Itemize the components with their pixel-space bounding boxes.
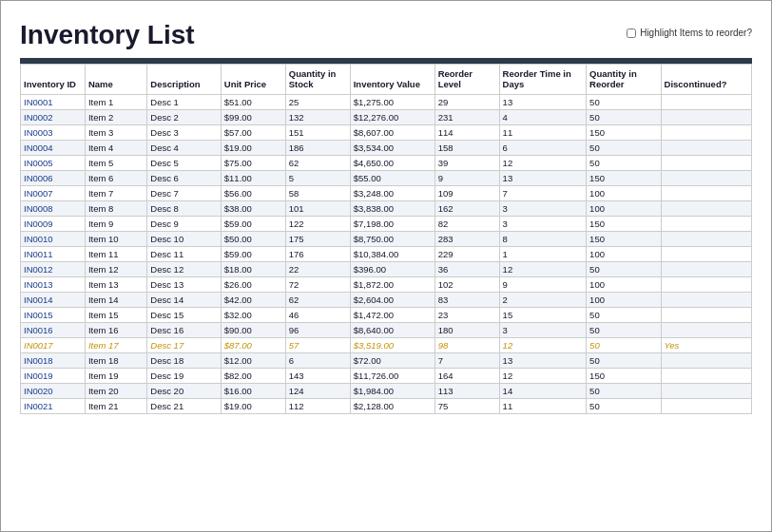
col-header-id: Inventory ID xyxy=(21,65,86,95)
cell-desc: Desc 1 xyxy=(147,94,221,109)
cell-unit_price: $16.00 xyxy=(221,383,285,398)
cell-name: Item 21 xyxy=(85,398,146,413)
cell-qty_stock: 46 xyxy=(285,307,350,322)
col-header-discontinued: Discontinued? xyxy=(661,65,751,95)
cell-name: Item 19 xyxy=(85,368,146,383)
inventory-table: Inventory ID Name Description Unit Price… xyxy=(20,64,752,414)
cell-unit_price: $42.00 xyxy=(221,292,285,307)
cell-desc: Desc 7 xyxy=(147,185,221,200)
cell-id: IN0007 xyxy=(21,185,86,200)
cell-qty_stock: 176 xyxy=(285,246,350,261)
cell-inv_value: $8,640.00 xyxy=(350,322,434,337)
cell-reorder_level: 83 xyxy=(434,292,499,307)
cell-discontinued xyxy=(661,383,751,398)
cell-reorder_days: 15 xyxy=(499,307,587,322)
cell-qty_stock: 122 xyxy=(285,216,350,231)
cell-reorder_days: 3 xyxy=(499,216,587,231)
cell-unit_price: $12.00 xyxy=(221,352,285,368)
highlight-checkbox-container: Highlight Items to reorder? xyxy=(627,28,752,38)
cell-name: Item 20 xyxy=(85,383,146,398)
cell-reorder_level: 29 xyxy=(434,94,499,109)
table-row: IN0007Item 7Desc 7$56.0058$3,248.0010971… xyxy=(21,185,752,200)
cell-desc: Desc 8 xyxy=(147,200,221,216)
cell-inv_value: $10,384.00 xyxy=(350,246,434,261)
cell-unit_price: $18.00 xyxy=(221,261,285,276)
cell-id: IN0019 xyxy=(21,368,86,383)
cell-inv_value: $8,607.00 xyxy=(350,124,434,140)
cell-reorder_level: 180 xyxy=(434,322,499,337)
cell-reorder_level: 113 xyxy=(434,383,499,398)
col-header-unit-price: Unit Price xyxy=(221,65,285,95)
cell-desc: Desc 4 xyxy=(147,140,221,155)
cell-inv_value: $11,726.00 xyxy=(350,368,434,383)
cell-qty_stock: 62 xyxy=(285,155,350,170)
cell-qty_reorder: 100 xyxy=(587,185,661,200)
cell-id: IN0008 xyxy=(21,200,86,216)
cell-desc: Desc 11 xyxy=(147,246,221,261)
cell-unit_price: $75.00 xyxy=(221,155,285,170)
cell-id: IN0021 xyxy=(21,398,86,413)
table-row: IN0008Item 8Desc 8$38.00101$3,838.001623… xyxy=(21,200,752,216)
cell-reorder_days: 4 xyxy=(499,109,587,124)
cell-qty_stock: 58 xyxy=(285,185,350,200)
cell-inv_value: $3,519.00 xyxy=(350,337,434,352)
cell-discontinued xyxy=(661,124,751,140)
cell-unit_price: $26.00 xyxy=(221,276,285,292)
cell-unit_price: $51.00 xyxy=(221,94,285,109)
col-header-qty-reorder: Quantity in Reorder xyxy=(587,65,661,95)
cell-qty_reorder: 100 xyxy=(587,276,661,292)
cell-qty_stock: 186 xyxy=(285,140,350,155)
cell-qty_reorder: 150 xyxy=(587,231,661,246)
cell-reorder_level: 102 xyxy=(434,276,499,292)
cell-qty_reorder: 100 xyxy=(587,200,661,216)
cell-inv_value: $55.00 xyxy=(350,170,434,185)
cell-discontinued xyxy=(661,216,751,231)
cell-qty_reorder: 100 xyxy=(587,246,661,261)
cell-desc: Desc 6 xyxy=(147,170,221,185)
cell-discontinued xyxy=(661,352,751,368)
cell-desc: Desc 20 xyxy=(147,383,221,398)
cell-inv_value: $72.00 xyxy=(350,352,434,368)
cell-discontinued xyxy=(661,200,751,216)
table-wrapper: Inventory ID Name Description Unit Price… xyxy=(20,64,752,522)
cell-reorder_level: 231 xyxy=(434,109,499,124)
table-row: IN0015Item 15Desc 15$32.0046$1,472.00231… xyxy=(21,307,752,322)
cell-discontinued xyxy=(661,155,751,170)
cell-id: IN0006 xyxy=(21,170,86,185)
cell-qty_stock: 96 xyxy=(285,322,350,337)
cell-desc: Desc 12 xyxy=(147,261,221,276)
col-header-qty-stock: Quantity in Stock xyxy=(285,65,350,95)
cell-id: IN0015 xyxy=(21,307,86,322)
cell-discontinued xyxy=(661,276,751,292)
cell-reorder_days: 12 xyxy=(499,261,587,276)
cell-id: IN0001 xyxy=(21,94,86,109)
cell-reorder_level: 164 xyxy=(434,368,499,383)
cell-qty_stock: 112 xyxy=(285,398,350,413)
cell-discontinued xyxy=(661,109,751,124)
cell-qty_reorder: 50 xyxy=(587,383,661,398)
table-row: IN0021Item 21Desc 21$19.00112$2,128.0075… xyxy=(21,398,752,413)
cell-unit_price: $19.00 xyxy=(221,398,285,413)
cell-name: Item 15 xyxy=(85,307,146,322)
cell-desc: Desc 16 xyxy=(147,322,221,337)
table-row: IN0002Item 2Desc 2$99.00132$12,276.00231… xyxy=(21,109,752,124)
cell-reorder_days: 12 xyxy=(499,155,587,170)
cell-discontinued xyxy=(661,140,751,155)
cell-reorder_level: 98 xyxy=(434,337,499,352)
cell-desc: Desc 10 xyxy=(147,231,221,246)
cell-reorder_days: 13 xyxy=(499,170,587,185)
cell-unit_price: $82.00 xyxy=(221,368,285,383)
cell-qty_stock: 143 xyxy=(285,368,350,383)
cell-desc: Desc 18 xyxy=(147,352,221,368)
cell-discontinued xyxy=(661,322,751,337)
highlight-checkbox[interactable] xyxy=(627,28,636,38)
cell-id: IN0011 xyxy=(21,246,86,261)
cell-qty_reorder: 100 xyxy=(587,292,661,307)
table-row: IN0003Item 3Desc 3$57.00151$8,607.001141… xyxy=(21,124,752,140)
cell-qty_reorder: 50 xyxy=(587,322,661,337)
table-row: IN0020Item 20Desc 20$16.00124$1,984.0011… xyxy=(21,383,752,398)
table-row: IN0018Item 18Desc 18$12.006$72.0071350 xyxy=(21,352,752,368)
cell-unit_price: $50.00 xyxy=(221,231,285,246)
cell-name: Item 6 xyxy=(85,170,146,185)
cell-unit_price: $59.00 xyxy=(221,216,285,231)
